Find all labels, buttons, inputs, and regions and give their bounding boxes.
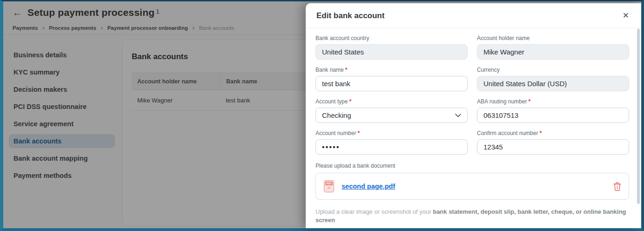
field-label: Account holder name xyxy=(477,35,629,41)
modal-header: Edit bank account ✕ xyxy=(306,3,641,28)
chevron-down-icon xyxy=(455,114,461,117)
close-icon[interactable]: ✕ xyxy=(622,11,630,20)
upload-hint-bullet: • Must be in your company’s name (Recon_… xyxy=(315,226,629,228)
required-marker: * xyxy=(528,98,530,105)
field-account-type: Account type* Checking xyxy=(315,98,468,123)
field-bank-name: Bank name* test bank xyxy=(315,67,468,91)
svg-text:PDF: PDF xyxy=(327,182,332,185)
upload-hint: Upload a clear image or screenshot of yo… xyxy=(315,208,629,228)
field-label: Confirm account number* xyxy=(477,130,629,136)
required-marker: * xyxy=(539,130,542,136)
account-number-input[interactable]: ••••• xyxy=(315,139,468,155)
pdf-file-icon: PDF xyxy=(324,180,334,192)
field-label: Bank account country xyxy=(315,35,468,41)
field-aba-routing-number: ABA routing number* 063107513 xyxy=(477,98,629,123)
company-name-bold: Recon_Lapwing_PatchOne_Hfx xyxy=(416,227,508,228)
bullet-icon: • xyxy=(318,226,321,228)
bank-name-input[interactable]: test bank xyxy=(315,76,468,91)
account-type-select[interactable]: Checking xyxy=(315,108,468,123)
edit-bank-account-modal: Edit bank account ✕ Bank account country… xyxy=(306,3,641,228)
confirm-account-number-input[interactable]: 12345 xyxy=(477,139,629,155)
field-label: Account type* xyxy=(315,98,468,105)
required-marker: * xyxy=(345,67,348,73)
uploaded-file-box: PDF second page.pdf xyxy=(315,173,629,200)
required-marker: * xyxy=(349,98,351,105)
aba-routing-number-input[interactable]: 063107513 xyxy=(477,108,629,123)
field-account-number: Account number* ••••• xyxy=(315,130,468,155)
account-type-value: Checking xyxy=(322,111,351,119)
upload-label: Please upload a bank document xyxy=(315,163,629,169)
field-label: Account number* xyxy=(315,130,468,136)
field-account-holder-name: Account holder name Mike Wagner xyxy=(477,35,629,60)
bank-account-country-input: United States xyxy=(315,44,468,60)
modal-title: Edit bank account xyxy=(316,11,384,20)
currency-input: United States Dollar (USD) xyxy=(477,76,629,91)
field-label: Bank name* xyxy=(315,67,468,73)
trash-icon[interactable] xyxy=(613,182,621,191)
account-holder-name-input: Mike Wagner xyxy=(477,44,629,60)
field-label: ABA routing number* xyxy=(477,98,629,105)
uploaded-file-link[interactable]: second page.pdf xyxy=(342,183,395,190)
modal-scrollbar-thumb[interactable] xyxy=(637,29,640,204)
field-currency: Currency United States Dollar (USD) xyxy=(477,67,629,91)
field-bank-account-country: Bank account country United States xyxy=(315,35,468,60)
field-label: Currency xyxy=(477,67,629,73)
modal-body: Bank account country United States Accou… xyxy=(306,28,641,228)
field-confirm-account-number: Confirm account number* 12345 xyxy=(477,130,629,155)
masked-value: ••••• xyxy=(322,143,340,151)
required-marker: * xyxy=(357,130,360,136)
